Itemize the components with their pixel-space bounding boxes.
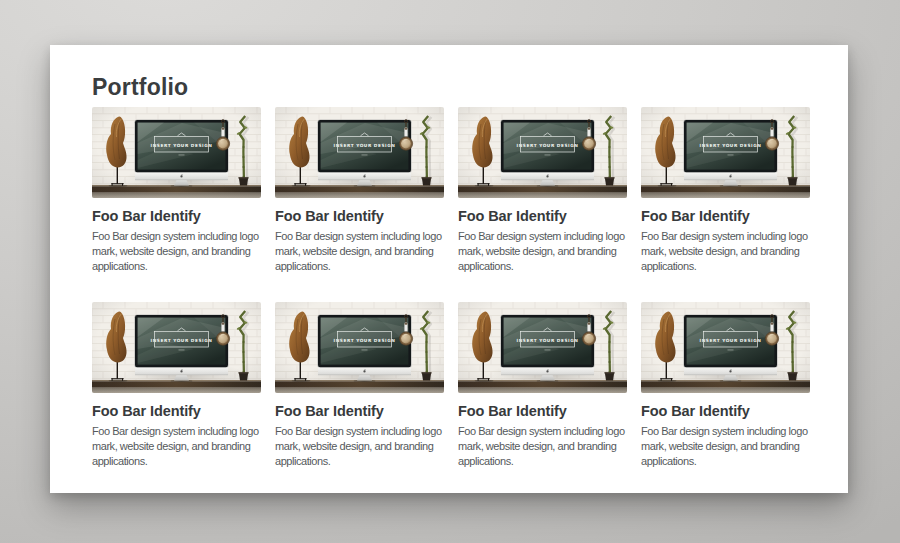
project-thumbnail[interactable] bbox=[275, 302, 444, 393]
portfolio-card[interactable]: Foo Bar Identify Foo Bar design system i… bbox=[275, 107, 444, 273]
imac-mockup-image bbox=[641, 107, 810, 198]
page-title: Portfolio bbox=[92, 75, 810, 99]
portfolio-card[interactable]: Foo Bar Identify Foo Bar design system i… bbox=[92, 107, 261, 273]
project-title: Foo Bar Identify bbox=[92, 207, 261, 226]
imac-mockup-image bbox=[641, 302, 810, 393]
portfolio-card[interactable]: Foo Bar Identify Foo Bar design system i… bbox=[458, 107, 627, 273]
imac-mockup-image bbox=[458, 302, 627, 393]
project-thumbnail[interactable] bbox=[641, 107, 810, 198]
project-title: Foo Bar Identify bbox=[458, 402, 627, 421]
project-thumbnail[interactable] bbox=[275, 107, 444, 198]
project-description: Foo Bar design system including logo mar… bbox=[92, 229, 261, 273]
project-description: Foo Bar design system including logo mar… bbox=[275, 229, 444, 273]
portfolio-grid: Foo Bar Identify Foo Bar design system i… bbox=[92, 107, 810, 469]
project-description: Foo Bar design system including logo mar… bbox=[458, 424, 627, 468]
project-description: Foo Bar design system including logo mar… bbox=[641, 424, 810, 468]
portfolio-card[interactable]: Foo Bar Identify Foo Bar design system i… bbox=[458, 302, 627, 468]
project-thumbnail[interactable] bbox=[92, 107, 261, 198]
portfolio-card[interactable]: Foo Bar Identify Foo Bar design system i… bbox=[641, 302, 810, 468]
portfolio-card[interactable]: Foo Bar Identify Foo Bar design system i… bbox=[275, 302, 444, 468]
project-description: Foo Bar design system including logo mar… bbox=[92, 424, 261, 468]
portfolio-card[interactable]: Foo Bar Identify Foo Bar design system i… bbox=[92, 302, 261, 468]
portfolio-card[interactable]: Foo Bar Identify Foo Bar design system i… bbox=[641, 107, 810, 273]
project-description: Foo Bar design system including logo mar… bbox=[275, 424, 444, 468]
project-thumbnail[interactable] bbox=[458, 302, 627, 393]
imac-mockup-image bbox=[275, 107, 444, 198]
project-title: Foo Bar Identify bbox=[275, 207, 444, 226]
project-thumbnail[interactable] bbox=[92, 302, 261, 393]
imac-mockup-image bbox=[92, 107, 261, 198]
project-title: Foo Bar Identify bbox=[641, 207, 810, 226]
imac-mockup-image bbox=[275, 302, 444, 393]
project-description: Foo Bar design system including logo mar… bbox=[641, 229, 810, 273]
project-title: Foo Bar Identify bbox=[92, 402, 261, 421]
project-thumbnail[interactable] bbox=[641, 302, 810, 393]
project-title: Foo Bar Identify bbox=[641, 402, 810, 421]
imac-mockup-image bbox=[458, 107, 627, 198]
project-thumbnail[interactable] bbox=[458, 107, 627, 198]
project-description: Foo Bar design system including logo mar… bbox=[458, 229, 627, 273]
project-title: Foo Bar Identify bbox=[275, 402, 444, 421]
project-title: Foo Bar Identify bbox=[458, 207, 627, 226]
imac-mockup-image bbox=[92, 302, 261, 393]
portfolio-page: Portfolio Foo Bar Identify Foo Bar desig… bbox=[50, 45, 848, 493]
